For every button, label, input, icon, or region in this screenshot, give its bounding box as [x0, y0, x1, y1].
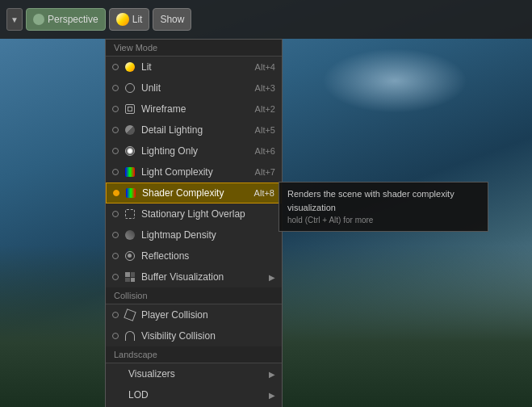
menu-item-wireframe[interactable]: Wireframe Alt+2: [106, 99, 282, 120]
show-button[interactable]: Show: [153, 8, 191, 31]
radio-lit: [112, 64, 119, 70]
view-mode-section-header: View Mode: [106, 40, 282, 57]
unlit-label: Unlit: [141, 82, 250, 94]
lightmap-label: Lightmap Density: [141, 229, 275, 241]
lighting-only-icon: [124, 145, 136, 157]
menu-item-lightmap[interactable]: Lightmap Density: [106, 224, 282, 245]
radio-reflections: [112, 253, 119, 259]
visibility-collision-icon: [124, 329, 136, 342]
wireframe-icon: [124, 103, 136, 115]
tooltip-main-text: Renders the scene with shader complexity…: [287, 187, 480, 214]
radio-shader-complexity: [113, 190, 119, 196]
detail-shortcut: Alt+5: [255, 125, 275, 135]
stationary-light-label: Stationary Light Overlap: [141, 208, 275, 220]
menu-item-light-complexity[interactable]: Light Complexity Alt+7: [106, 162, 282, 183]
player-collision-label: Player Collision: [141, 309, 275, 321]
visualizers-arrow: ▶: [269, 370, 275, 379]
lit-label: Lit: [132, 14, 143, 25]
radio-lightmap: [112, 232, 119, 238]
light-complexity-shortcut: Alt+7: [255, 167, 275, 177]
lod-arrow: ▶: [269, 391, 275, 400]
unlit-icon: [124, 82, 136, 94]
menu-item-visualizers[interactable]: Visualizers ▶: [106, 363, 282, 384]
stationary-light-icon: [124, 208, 136, 220]
menu-item-unlit[interactable]: Unlit Alt+3: [106, 78, 282, 99]
lit-label: Lit: [141, 61, 250, 73]
buffer-viz-icon: [124, 271, 136, 283]
radio-light-complexity: [112, 169, 119, 175]
light-complexity-icon: [124, 166, 136, 178]
radio-wireframe: [112, 106, 119, 112]
lighting-only-shortcut: Alt+6: [255, 146, 275, 156]
wireframe-shortcut: Alt+2: [255, 104, 275, 114]
lit-button[interactable]: Lit: [109, 8, 150, 31]
shader-complexity-label: Shader Complexity: [142, 187, 249, 199]
toolbar: ▼ Perspective Lit Show: [0, 0, 532, 39]
buffer-viz-label: Buffer Visualization: [141, 271, 264, 283]
menu-item-player-collision[interactable]: Player Collision: [106, 304, 282, 325]
shader-complexity-icon: [124, 187, 137, 199]
perspective-label: Perspective: [48, 14, 98, 25]
detail-lighting-label: Detail Lighting: [141, 124, 250, 136]
lightmap-icon: [124, 229, 136, 241]
menu-item-reflections[interactable]: Reflections: [106, 245, 282, 266]
radio-player-collision: [112, 312, 119, 318]
lighting-only-label: Lighting Only: [141, 145, 250, 157]
show-label: Show: [160, 14, 184, 25]
radio-lighting-only: [112, 148, 119, 154]
menu-item-lit[interactable]: Lit Alt+4: [106, 57, 282, 78]
radio-visibility-collision: [112, 333, 119, 339]
menu-item-buffer-viz[interactable]: Buffer Visualization ▶: [106, 266, 282, 287]
reflections-icon: [124, 250, 136, 262]
menu-item-stationary-light[interactable]: Stationary Light Overlap: [106, 204, 282, 224]
visualizers-label: Visualizers: [112, 368, 264, 380]
menu-item-lighting-only[interactable]: Lighting Only Alt+6: [106, 141, 282, 162]
unlit-shortcut: Alt+3: [255, 83, 275, 93]
radio-detail: [112, 127, 119, 133]
player-collision-icon: [124, 308, 136, 321]
reflections-label: Reflections: [141, 250, 275, 262]
tooltip-hint: hold (Ctrl + Alt) for more: [287, 214, 480, 226]
sky-cloud: [322, 48, 467, 113]
lit-shortcut: Alt+4: [255, 62, 275, 72]
radio-stationary: [112, 211, 119, 217]
expand-button[interactable]: ▼: [6, 8, 23, 31]
view-mode-dropdown: View Mode Lit Alt+4 Unlit Alt+3 Wirefram…: [105, 39, 283, 407]
menu-item-detail-lighting[interactable]: Detail Lighting Alt+5: [106, 120, 282, 141]
lit-icon: [116, 13, 129, 26]
buffer-viz-arrow: ▶: [269, 273, 275, 282]
visibility-collision-label: Visibility Collision: [141, 330, 275, 342]
lod-label: LOD: [112, 389, 264, 401]
light-complexity-label: Light Complexity: [141, 166, 250, 178]
perspective-button[interactable]: Perspective: [26, 8, 106, 31]
perspective-icon: [33, 14, 44, 25]
detail-lighting-icon: [124, 124, 136, 136]
menu-item-shader-complexity[interactable]: Shader Complexity Alt+8: [106, 183, 282, 204]
collision-section-header: Collision: [106, 287, 282, 304]
radio-buffer: [112, 274, 119, 280]
tooltip: Renders the scene with shader complexity…: [279, 182, 488, 232]
menu-item-lod[interactable]: LOD ▶: [106, 384, 282, 405]
wireframe-label: Wireframe: [141, 103, 250, 115]
menu-item-visibility-collision[interactable]: Visibility Collision: [106, 325, 282, 346]
lit-icon: [124, 61, 136, 73]
radio-unlit: [112, 85, 119, 91]
shader-complexity-shortcut: Alt+8: [254, 188, 274, 198]
landscape-section-header: Landscape: [106, 346, 282, 363]
